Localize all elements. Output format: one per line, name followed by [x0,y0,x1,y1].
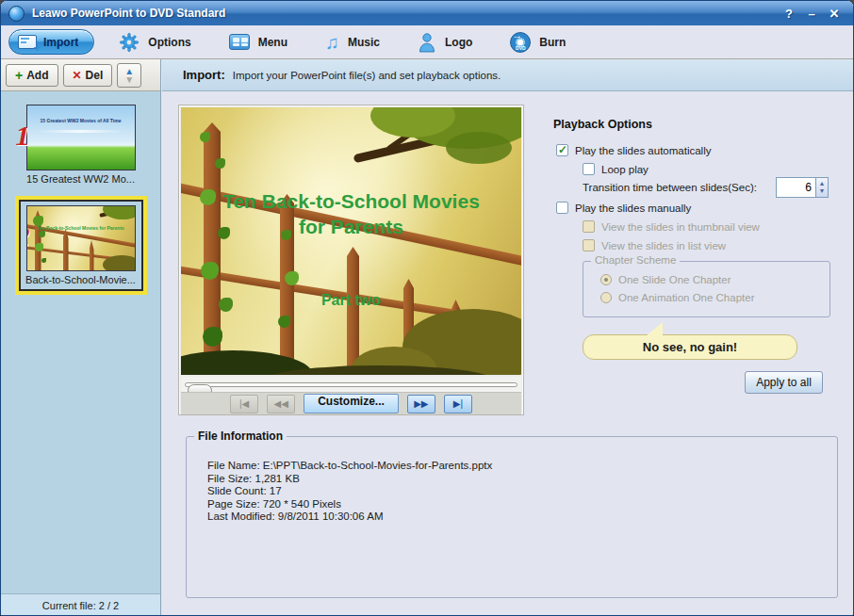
loop-play-label: Loop play [601,164,649,175]
manual-play-label: Play the slides manually [575,203,691,214]
thumbnail-view-checkbox [583,220,595,233]
minimize-button[interactable]: – [800,7,823,21]
loop-play-row: Loop play [583,163,649,175]
move-down-icon[interactable]: ▼ [124,75,134,84]
toolbar-item-options[interactable]: Options [119,32,190,53]
file-list-panel: + Add ✕ Del ▲ ▼ 1 15 Greatest WW2 Movies… [1,59,161,616]
add-file-button[interactable]: + Add [6,64,58,87]
hint-tooltip: No see, no gain! [583,334,797,360]
one-slide-one-chapter-row: One Slide One Chapter [600,274,731,285]
close-button[interactable]: ✕ [823,7,846,21]
del-label: Del [86,69,104,82]
slide-count-line: Slide Count: 17 [207,485,492,498]
list-view-checkbox [583,239,595,251]
list-item-ww2[interactable]: 1 15 Greatest WW2 Movies of All Time 15 … [19,101,143,188]
first-slide-button[interactable]: |◀ [230,395,258,413]
spinner-arrows: ▲ ▼ [815,177,829,198]
manual-play-checkbox[interactable] [556,202,568,214]
thumbnail-caption: Back-to-School-Movie... [23,274,140,285]
next-slide-button[interactable]: ▶▶ [407,395,435,413]
list-view-label: View the slides in list view [601,240,726,251]
options-gear-icon [119,32,140,53]
last-modified-line: Last Modified: 9/8/2011 10:30:06 AM [207,511,492,524]
transition-spinner: ▲ ▼ [776,177,829,198]
thumbnail-image-ww2: 1 15 Greatest WW2 Movies of All Time [26,105,136,170]
slide-number: 2 [26,223,30,250]
app-window: Leawo PowerPoint to DVD Standard ? – ✕ +… [0,0,854,616]
customize-button[interactable]: Customize... [304,394,399,413]
reorder-widget[interactable]: ▲ ▼ [117,63,141,88]
toolbar-item-import[interactable]: + Import [8,29,94,55]
thumbnail-view-row: View the slides in thumbnail view [583,220,760,233]
slide-title-text: Ten Back-to-School Movies for Parents [208,188,494,239]
toolbar-menu-label: Menu [258,36,287,49]
file-information-legend: File Information [194,430,287,443]
loop-play-checkbox[interactable] [583,163,595,175]
one-animation-one-chapter-label: One Animation One Chapter [618,292,754,303]
preview-slider[interactable] [181,377,521,392]
toolbar-logo-label: Logo [445,36,472,49]
slide-preview-image: Ten Back-to-School Movies for Parents Pa… [181,107,521,375]
menu-icon [229,34,250,50]
file-information-group: File Information File Name: E:\PPT\Back-… [186,436,838,598]
delete-x-icon: ✕ [73,69,82,82]
page-size-line: Page Size: 720 * 540 Pixels [207,498,492,511]
toolbar-item-menu[interactable]: Menu [229,34,287,50]
window-title: Leawo PowerPoint to DVD Standard [32,7,778,20]
current-file-status: Current file: 2 / 2 [1,593,160,616]
auto-play-checkbox[interactable] [556,144,568,156]
section-title: Import: [183,68,225,82]
chapter-scheme-group: Chapter Scheme One Slide One Chapter One… [583,261,830,317]
slider-track[interactable] [185,382,517,387]
auto-play-row: Play the slides automatically [556,144,711,156]
slide-preview-panel: Ten Back-to-School Movies for Parents Pa… [178,105,524,415]
thumbnail-caption: 15 Greatest WW2 Mo... [21,173,141,185]
spin-up-icon[interactable]: ▲ [819,180,826,187]
section-subtitle: Import your PowerPoint file(s) and set p… [233,70,501,81]
one-animation-one-chapter-row: One Animation One Chapter [600,292,754,303]
file-size-line: File Size: 1,281 KB [207,473,492,486]
plus-icon: + [15,68,23,83]
list-view-row: View the slides in list view [583,239,726,251]
chapter-scheme-legend: Chapter Scheme [591,254,680,266]
music-note-icon: ♫ [325,34,339,51]
file-information-lines: File Name: E:\PPT\Back-to-School-Movies-… [207,460,492,524]
slide-number: 1 [16,122,30,149]
toolbar-options-label: Options [148,36,190,49]
thumbnail-view-label: View the slides in thumbnail view [601,221,760,233]
spin-down-icon[interactable]: ▼ [819,187,826,195]
one-slide-one-chapter-radio [600,274,612,285]
mini-slide-title: Ten Back-to-School Movies for Parents [36,225,126,231]
burn-disc-icon: → DVD [510,32,531,53]
previous-slide-button[interactable]: ◀◀ [267,395,295,413]
help-button[interactable]: ? [778,7,800,21]
toolbar-item-logo[interactable]: Logo [418,32,472,53]
transition-row: Transition time between slides(Sec): [583,182,757,193]
list-item-back-to-school[interactable]: 2 Ten Back-to-School Movies for Parents … [19,200,143,291]
preview-controls: |◀ ◀◀ Customize... ▶▶ ▶| [181,392,521,414]
one-animation-one-chapter-radio [600,292,612,303]
toolbar-item-burn[interactable]: → DVD Burn [510,32,566,53]
manual-play-row: Play the slides manually [556,202,691,214]
app-icon [8,6,25,22]
slide-part-text: Part two [181,292,521,309]
one-slide-one-chapter-label: One Slide One Chapter [618,274,731,285]
thumbnail-list: 1 15 Greatest WW2 Movies of All Time 15 … [1,91,160,592]
last-slide-button[interactable]: ▶| [444,395,472,413]
toolbar-item-music[interactable]: ♫ Music [325,34,380,51]
delete-file-button[interactable]: ✕ Del [63,64,113,87]
transition-label: Transition time between slides(Sec): [583,182,757,193]
import-icon: + [18,35,37,49]
playback-options-heading: Playback Options [553,118,652,131]
logo-person-icon [418,32,436,53]
title-bar: Leawo PowerPoint to DVD Standard ? – ✕ [1,1,853,25]
transition-time-input[interactable] [776,177,815,198]
file-name-line: File Name: E:\PPT\Back-to-School-Movies-… [207,460,492,473]
section-header: Import: Import your PowerPoint file(s) a… [162,59,854,91]
toolbar-burn-label: Burn [539,36,566,49]
toolbar-import-label: Import [43,36,78,49]
auto-play-label: Play the slides automatically [575,145,711,156]
apply-to-all-button[interactable]: Apply to all [745,371,823,394]
thumbnail-image-back-to-school: 2 Ten Back-to-School Movies for Parents [26,205,136,271]
add-label: Add [26,69,48,82]
